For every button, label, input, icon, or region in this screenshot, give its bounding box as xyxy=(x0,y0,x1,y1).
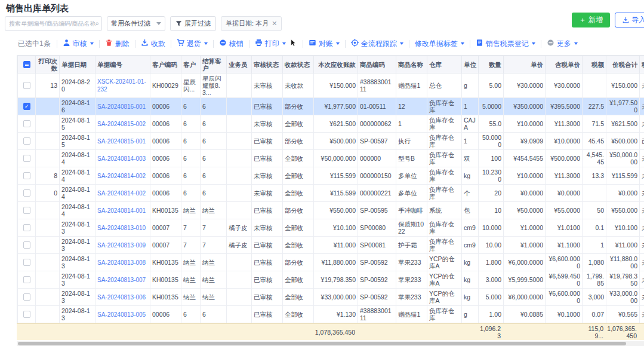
cell-print: 8 xyxy=(36,167,60,185)
doc-link[interactable]: SA-20240814-001 xyxy=(97,207,146,214)
toolbar-button-修改单据标签[interactable]: 修改单据标签 xyxy=(415,39,464,49)
cell-cust: 纳兰 xyxy=(181,254,201,271)
cell-priceTax: ¥10.0000 xyxy=(546,133,583,150)
cell-name: 赠品猫1 xyxy=(396,74,427,98)
row-checkbox[interactable] xyxy=(23,293,30,301)
doc-link[interactable]: SA-20240813-010 xyxy=(97,225,146,231)
doc-link[interactable]: SA-20240815-001 xyxy=(97,138,146,145)
doc-link[interactable]: SA-20240813-007 xyxy=(97,277,146,283)
doc-link[interactable]: XSCK-202401-01-232 xyxy=(97,78,146,93)
select-all-checkbox[interactable] xyxy=(18,56,36,74)
table-row[interactable]: 2024-08-15SA-20240815-0010000666已审核部分收¥5… xyxy=(18,133,644,150)
row-checkbox[interactable] xyxy=(23,189,30,197)
cell-wh: YCP的仓库A xyxy=(427,254,462,271)
row-checkbox[interactable] xyxy=(23,241,30,249)
table-row[interactable]: 02024-08-14SA-20240814-0020000666未审核全部收¥… xyxy=(18,185,644,202)
doc-link[interactable]: SA-20240816-001 xyxy=(97,103,146,110)
cell-doc: SA-20240813-006 xyxy=(95,289,150,306)
row-checkbox[interactable] xyxy=(23,137,30,145)
table-row[interactable]: 2024-08-15SA-20240815-0020000666未审核全部收¥6… xyxy=(18,115,644,133)
toolbar-button-全流程跟踪[interactable]: 全流程跟踪 xyxy=(351,39,403,49)
divider xyxy=(249,40,249,48)
table-row[interactable]: 2024-08-13SA-20240813-008KH00135纳兰纳兰已审核部… xyxy=(18,254,644,271)
cell-cust: 7 xyxy=(181,237,201,254)
date-filter-label: 单据日期: 本月 xyxy=(226,19,269,28)
cell-pay: 全部收 xyxy=(283,115,314,133)
cell-qty: 1.800 xyxy=(479,254,504,271)
search-input[interactable] xyxy=(9,20,95,27)
table-row[interactable]: 2024-08-14SA-20240814-001KH00135纳兰纳兰已审核部… xyxy=(18,202,644,219)
import-button[interactable]: 导入 xyxy=(615,13,644,27)
row-checkbox[interactable] xyxy=(23,103,30,110)
add-button[interactable]: ＋ 新增 xyxy=(572,13,610,27)
table-row[interactable]: 2024-08-13SA-20240813-006KH00135纳兰纳兰已审核全… xyxy=(18,289,644,306)
cell-total: ¥10.100 xyxy=(606,219,640,237)
receive-icon xyxy=(141,39,149,48)
column-header-inv: 税票状态 xyxy=(640,56,644,74)
table-row[interactable]: 2024-08-13SA-20240813-0100000777橘子皮未审核全部… xyxy=(18,219,644,237)
cell-price: ¥454.5455 xyxy=(504,150,546,167)
cell-price: ¥50.0000 xyxy=(504,202,546,219)
cell-inv: 未开票 xyxy=(640,167,644,185)
cell-qty: 5.00 xyxy=(479,74,504,98)
doc-link[interactable]: SA-20240814-003 xyxy=(97,155,146,162)
table-row[interactable]: 82024-08-14SA-20240814-0020000666未审核全部收¥… xyxy=(18,167,644,185)
toolbar-button-收款[interactable]: 收款 xyxy=(141,39,165,49)
toolbar-button-更多[interactable]: 更多 xyxy=(547,39,578,49)
table-row[interactable]: 2024-08-13SA-20240813-0050000666已审核全部收¥1… xyxy=(18,306,644,323)
row-checkbox[interactable] xyxy=(23,224,30,231)
search-icon[interactable]: ⌕ xyxy=(95,20,99,27)
table-row[interactable]: 132024-08-20XSCK-202401-01-232KH00029星辰闪… xyxy=(18,74,644,98)
row-checkbox[interactable] xyxy=(23,207,30,214)
table-row[interactable]: 2024-08-16SA-20240816-0010000666已审核部分收¥1… xyxy=(18,98,644,115)
toolbar-button-审核[interactable]: 审核 xyxy=(63,39,94,49)
cell-inv: 未开票 xyxy=(640,115,644,133)
cell-sales xyxy=(227,167,252,185)
row-checkbox[interactable] xyxy=(23,120,30,127)
doc-link[interactable]: SA-20240814-002 xyxy=(97,190,146,197)
column-header-custCode: 客户编码 xyxy=(150,56,181,74)
row-checkbox[interactable] xyxy=(23,155,30,162)
total-qty: 1,096.23 xyxy=(477,324,503,340)
row-checkbox[interactable] xyxy=(23,276,30,283)
toolbar-button-销售税票登记[interactable]: 销售税票登记 xyxy=(476,39,535,49)
cell-cb xyxy=(18,115,36,133)
cell-recv: ¥550.000 xyxy=(314,202,358,219)
doc-link[interactable]: SA-20240813-005 xyxy=(97,311,146,318)
row-checkbox[interactable] xyxy=(23,82,30,89)
cell-settle: 6 xyxy=(201,115,227,133)
select-all-checkbox[interactable] xyxy=(23,61,30,68)
table-row[interactable]: 2024-08-13SA-20240813-0090000777橘子皮已审核全部… xyxy=(18,237,644,254)
cell-inv: 未开票 xyxy=(640,74,644,98)
close-icon[interactable]: ✕ xyxy=(272,20,277,27)
divider xyxy=(135,40,135,48)
totals-grid: 1,078,365.4501,096.23115,09...1,076,365.… xyxy=(17,324,644,340)
toolbar-button-对账[interactable]: 对账 xyxy=(309,39,340,49)
doc-link[interactable]: SA-20240815-002 xyxy=(97,121,146,127)
doc-link[interactable]: SA-20240814-002 xyxy=(97,173,146,179)
toolbar-button-打印[interactable]: 打印 xyxy=(255,39,297,49)
column-header-price: 单价 xyxy=(504,56,546,74)
row-checkbox[interactable] xyxy=(23,311,30,318)
condition-filter-select[interactable]: 常用条件过滤 xyxy=(107,16,165,31)
cell-pay: 全部收 xyxy=(283,185,314,202)
doc-link[interactable]: SA-20240813-009 xyxy=(97,242,146,249)
total-empty xyxy=(35,324,58,340)
toolbar-button-核销[interactable]: 核销 xyxy=(219,39,244,49)
toolbar-button-退货[interactable]: 退货 xyxy=(177,39,208,49)
doc-link[interactable]: SA-20240813-008 xyxy=(97,259,146,266)
expand-filter-button[interactable]: 展开过滤 xyxy=(170,16,216,31)
row-checkbox[interactable] xyxy=(23,259,30,266)
scrollbar-thumb[interactable] xyxy=(18,342,626,345)
doc-link[interactable]: SA-20240813-006 xyxy=(97,294,146,301)
cell-settle: 6 xyxy=(201,150,227,167)
chevron-down-icon xyxy=(400,42,403,45)
row-checkbox[interactable] xyxy=(23,172,30,179)
table-row[interactable]: 2024-08-14SA-20240814-0030000666已审核全部收¥5… xyxy=(18,150,644,167)
search-box[interactable]: ⌕ xyxy=(5,16,102,31)
cell-print xyxy=(36,306,60,323)
toolbar-button-删除[interactable]: 删除 xyxy=(105,39,130,49)
table-row[interactable]: 2024-08-13SA-20240813-007KH00135纳兰纳兰已审核全… xyxy=(18,271,644,289)
cell-cust: 6 xyxy=(181,133,201,150)
cell-unit: kg xyxy=(462,289,479,306)
